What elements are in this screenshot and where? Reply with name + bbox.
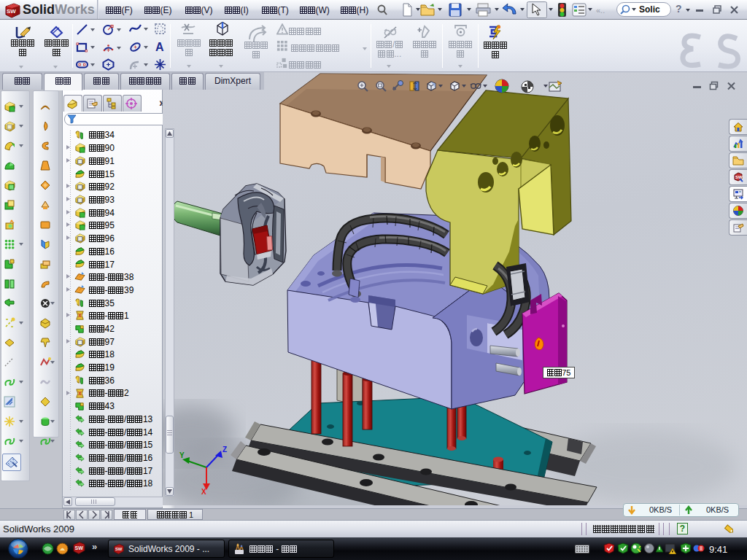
svg-text:Y: Y <box>179 451 185 459</box>
svg-text:Z: Z <box>222 446 227 454</box>
svg-text:SW: SW <box>735 175 743 179</box>
svg-text:SW: SW <box>7 8 16 15</box>
svg-text:SW: SW <box>75 545 84 551</box>
svg-text:SW: SW <box>115 547 123 551</box>
svg-text:X: X <box>201 488 206 496</box>
